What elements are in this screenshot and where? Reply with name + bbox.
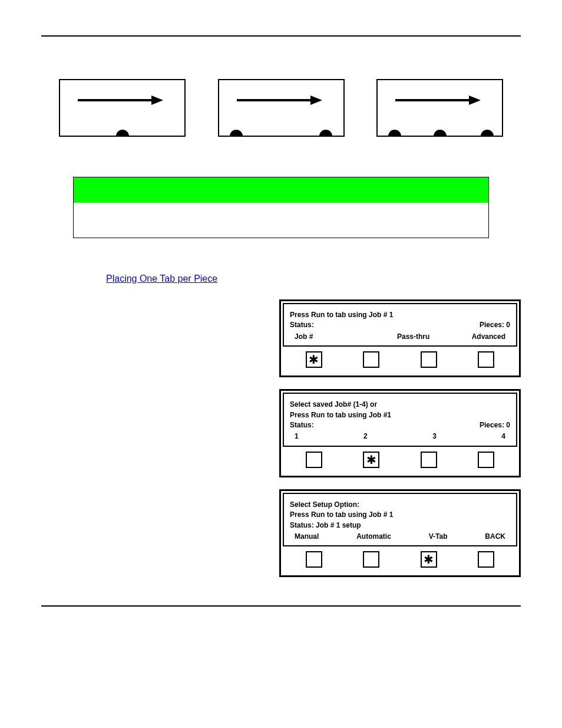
tab-hump — [230, 130, 243, 136]
button-row: ✱ — [283, 546, 517, 574]
reference-line: See "Adjusting the Heads for Tab Placeme… — [41, 258, 521, 269]
soft-button-3[interactable] — [421, 351, 437, 368]
svg-marker-3 — [310, 95, 322, 105]
svg-marker-1 — [151, 95, 163, 105]
soft-button-2[interactable]: ✱ — [363, 452, 379, 468]
caption-3: 3 tabs: Adjust Heads 1, 2, and 3 — [376, 143, 503, 159]
soft-button-4[interactable] — [478, 351, 494, 368]
diagram-2tab — [218, 79, 345, 137]
soft-button-1[interactable] — [306, 551, 322, 568]
tip-box: Tip The V-Tab setup procedure does not s… — [73, 177, 489, 238]
status-label: Status: — [290, 420, 314, 430]
tab-hump — [319, 130, 332, 136]
button-row: ✱ — [283, 447, 517, 474]
soft-button-3[interactable]: ✱ — [421, 551, 437, 568]
diagram-1tab — [59, 79, 186, 137]
diagram-captions: 1 tab: Adjust Head 3 (Heads 1 and 2 off)… — [59, 143, 503, 159]
lcd-option: BACK — [485, 532, 505, 542]
lcd-line: Press Run to tab using Job # 1 — [290, 510, 510, 520]
lcd-option: Manual — [295, 532, 319, 542]
header-right: Basic Job Setup — [470, 24, 521, 32]
tab-hump — [481, 130, 494, 136]
soft-button-4[interactable] — [478, 551, 494, 568]
reference-link[interactable]: Placing One Tab per Piece — [106, 274, 521, 284]
lcd-option: 1 — [295, 431, 299, 442]
lcd-option: Job # — [295, 332, 313, 342]
lcd-job-select: Select saved Job# (1-4) or Press Run to … — [279, 389, 521, 477]
caption-2: 2 tabs: Adjust Heads 1 and 3 (Head 2 off… — [218, 143, 345, 159]
arrow-icon — [237, 94, 325, 106]
footer-right: T-750 User Guide page 39 — [451, 609, 521, 615]
soft-button-1[interactable]: ✱ — [306, 351, 322, 368]
lcd-line: Press Run to tab using Job # 1 — [290, 310, 510, 320]
lcd-line: Status: Job # 1 setup — [290, 521, 510, 531]
footer-left: Rena Systems Inc. rev. 8/2008 — [41, 609, 121, 615]
soft-button-3[interactable] — [421, 452, 437, 468]
lcd-option: V-Tab — [429, 532, 448, 542]
diagram-row — [59, 79, 503, 137]
arrow-icon — [395, 94, 484, 106]
svg-marker-5 — [469, 95, 481, 105]
steps-column: In the Main Menu, select Advanced. In th… — [41, 299, 265, 469]
lcd-option: Pass-thru — [397, 332, 429, 342]
pieces-label: Pieces: 0 — [480, 420, 510, 430]
lcd-line: Select saved Job# (1-4) or — [290, 400, 510, 410]
step-2: In the Job # screen, select 1. — [41, 368, 265, 380]
button-row: ✱ — [283, 347, 517, 374]
caption-1: 1 tab: Adjust Head 3 (Heads 1 and 2 off) — [59, 143, 186, 159]
lcd-option: Advanced — [472, 332, 505, 342]
page-header: SECTION 3 Basic Job Setup — [41, 24, 521, 37]
status-label: Status: — [290, 320, 314, 330]
lcd-main-menu: Press Run to tab using Job # 1 Status: P… — [279, 299, 521, 377]
lcd-option: 2 — [363, 431, 368, 442]
lcd-setup-option: Select Setup Option: Press Run to tab us… — [279, 489, 521, 578]
section-title: Tab Count and Placement — [41, 54, 521, 67]
tab-hump — [116, 130, 129, 136]
arrow-icon — [78, 94, 166, 106]
lcd-column: Press Run to tab using Job # 1 Status: P… — [279, 299, 521, 589]
header-left: SECTION 3 — [41, 24, 78, 32]
soft-button-2[interactable] — [363, 551, 379, 568]
lcd-option: Automatic — [356, 532, 391, 542]
star-icon: ✱ — [309, 354, 319, 365]
step-3: In the Select Setup Option screen, selec… — [41, 444, 265, 456]
lcd-option: 4 — [501, 431, 505, 442]
soft-button-4[interactable] — [478, 452, 494, 468]
star-icon: ✱ — [366, 454, 376, 466]
lcd-screen: Select saved Job# (1-4) or Press Run to … — [283, 393, 517, 447]
step-1: In the Main Menu, select Advanced. — [41, 299, 265, 311]
lcd-line: Select Setup Option: — [290, 500, 510, 510]
soft-button-1[interactable] — [306, 452, 322, 468]
lcd-line: Press Run to tab using Job #1 — [290, 410, 510, 420]
pieces-label: Pieces: 0 — [480, 320, 510, 330]
star-icon: ✱ — [424, 554, 434, 565]
lcd-screen: Select Setup Option: Press Run to tab us… — [283, 493, 517, 547]
tip-header: Tip — [74, 177, 488, 203]
tip-body: The V-Tab setup procedure does not suppo… — [74, 203, 488, 238]
soft-button-2[interactable] — [363, 351, 379, 368]
lcd-screen: Press Run to tab using Job # 1 Status: P… — [283, 303, 517, 347]
lcd-option: 3 — [432, 431, 437, 442]
tab-hump — [434, 130, 447, 136]
diagram-3tab — [376, 79, 503, 137]
page-footer: Rena Systems Inc. rev. 8/2008 T-750 User… — [41, 605, 521, 615]
tab-hump — [388, 130, 401, 136]
